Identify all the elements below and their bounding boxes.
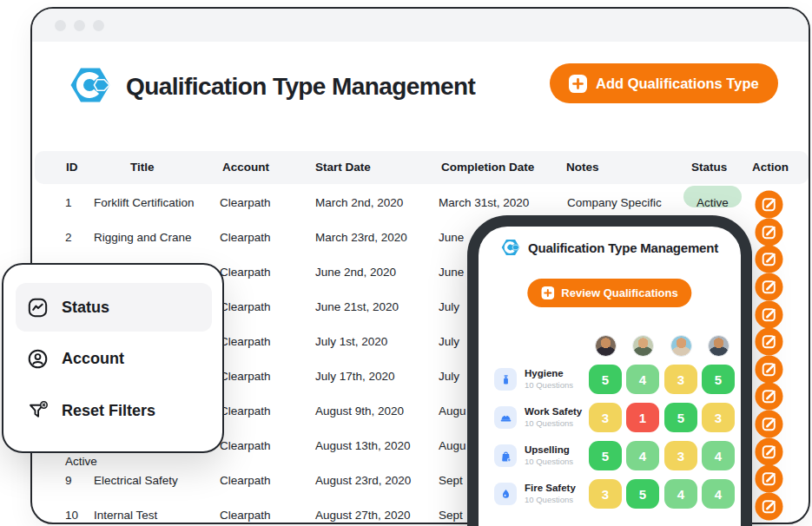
status-badge: Active [683,186,742,207]
table-header: ID Title Account Start Date Completion D… [35,151,809,184]
cell-account: Clearpath [220,359,271,394]
edit-action-button[interactable] [755,327,783,356]
sanitizer-icon [494,368,517,391]
app-logo-icon [69,64,111,106]
edit-icon [755,273,783,301]
filter-item-label: Reset Filters [62,402,155,420]
cell-completion-date: Augu [439,429,466,464]
column-header-start-date: Start Date [315,151,371,184]
add-button-label: Add Qualifications Type [596,76,759,92]
team-member-avatar [595,335,617,357]
cell-title: Electrical Safety [94,464,178,498]
cell-completion-date: July [439,359,459,394]
team-member-avatar [632,335,654,357]
cell-account: Clearpath [220,255,271,290]
category-subtitle: 10 Questions [525,418,582,428]
cell-account: Clearpath [220,220,271,255]
edit-icon [755,410,783,438]
cell-completion-date: June [439,220,464,255]
cell-start-date: August 23rd, 2020 [315,464,411,498]
edit-action-button[interactable] [755,300,783,329]
edit-icon [755,245,783,273]
cell-account: Clearpath [220,325,271,359]
edit-icon [755,492,783,521]
category-subtitle: 10 Questions [525,495,576,504]
cell-account: Clearpath [220,394,271,429]
edit-action-button[interactable] [755,410,783,438]
activity-icon [26,296,50,319]
filter-panel: StatusAccountReset Filters [2,263,224,453]
cell-account: Clearpath [220,464,271,498]
filter-reset-icon [26,399,50,423]
category-subtitle: 10 Questions [525,457,573,466]
edit-action-button[interactable] [755,355,783,384]
edit-action-button[interactable] [755,464,783,493]
app-logo-icon [501,238,520,257]
window-control-dot[interactable] [55,20,66,31]
category-hygiene: Hygiene10 Questions [494,365,573,394]
category-fire-safety: Fire Safety10 Questions [494,479,576,509]
phone-mockup: Qualification Type Management Review Qua… [467,215,752,526]
edit-action-button[interactable] [755,437,783,466]
score-cell: 4 [626,441,659,470]
score-cell: 1 [626,403,659,432]
edit-icon [755,382,783,411]
cell-start-date: June 21st, 2020 [315,290,399,325]
score-cell: 4 [702,479,735,509]
score-cell: 5 [589,441,622,470]
filter-item-reset-filters[interactable]: Reset Filters [16,391,212,430]
cell-start-date: August 13th, 2020 [315,429,411,464]
cell-id: 1 [65,186,72,220]
score-cell: 3 [664,365,697,394]
category-name: Fire Safety [525,483,576,495]
bag-plus-icon [494,444,517,467]
column-header-id: ID [66,151,78,184]
cell-start-date: August 27th, 2020 [315,498,411,524]
cell-account: Clearpath [220,186,271,220]
phone-header: Qualification Type Management [479,227,741,257]
filter-item-label: Account [62,350,124,368]
edit-icon [755,300,783,329]
window-control-dot[interactable] [93,20,104,31]
cell-completion-date: Sept [439,464,463,498]
cell-completion-date: July [439,290,459,325]
add-qualifications-type-button[interactable]: Add Qualifications Type [550,63,778,103]
category-name: Hygiene [525,368,573,380]
score-cell: 5 [626,479,659,509]
edit-icon [755,218,783,247]
cell-completion-date: June [439,255,464,290]
edit-action-button[interactable] [755,382,783,411]
cell-start-date: June 2nd, 2020 [315,255,396,290]
score-cell: 4 [702,441,735,470]
phone-title: Qualification Type Management [528,240,718,255]
filter-item-status[interactable]: Status [16,283,212,332]
edit-action-button[interactable] [755,218,783,247]
column-header-notes: Notes [566,151,599,184]
team-member-avatar [670,335,692,357]
edit-icon [755,355,783,384]
cell-start-date: March 2nd, 2020 [315,186,403,220]
cell-completion-date: Augu [439,394,466,429]
edit-action-button[interactable] [755,245,783,273]
page-title: Qualification Type Management [126,73,475,101]
score-cell: 3 [664,441,697,470]
category-work-safety: Work Safety10 Questions [494,403,582,432]
edit-action-button[interactable] [755,190,783,219]
review-qualifications-button[interactable]: Review Qualifications [527,279,691,307]
cell-completion-date: July [439,325,459,359]
edit-action-button[interactable] [755,492,783,521]
edit-icon [755,437,783,466]
window-control-dot[interactable] [74,20,85,31]
user-circle-icon [26,347,50,371]
stray-status-text: Active [65,455,97,468]
edit-action-button[interactable] [755,273,783,301]
score-cell: 4 [664,479,697,509]
plus-icon [569,75,587,93]
filter-item-label: Status [62,299,109,317]
filter-item-account[interactable]: Account [16,339,212,378]
score-cell: 3 [702,403,735,432]
column-header-status: Status [691,151,727,184]
window-titlebar [32,9,809,42]
score-cell: 5 [664,403,697,432]
action-column [755,0,783,526]
